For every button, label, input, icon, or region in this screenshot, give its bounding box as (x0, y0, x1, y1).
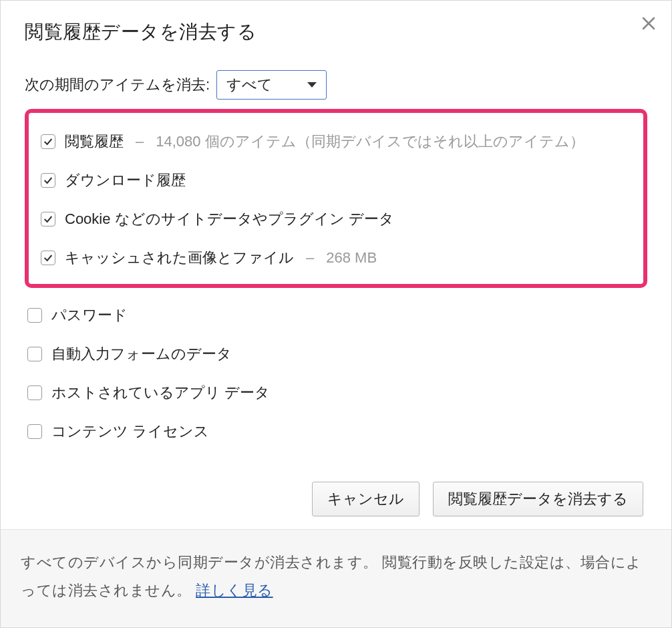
dialog-title: 閲覧履歴データを消去する (25, 19, 647, 45)
footer-note: すべてのデバイスから同期データが消去されます。 閲覧行動を反映した設定は、場合に… (1, 529, 671, 627)
checkbox-cookies[interactable] (41, 212, 55, 226)
dialog-button-row: キャンセル 閲覧履歴データを消去する (1, 451, 671, 536)
footer-text: すべてのデバイスから同期データが消去されます。 閲覧行動を反映した設定は、場合に… (21, 554, 642, 599)
clear-data-button[interactable]: 閲覧履歴データを消去する (433, 482, 643, 516)
option-autofill[interactable]: 自動入力フォームのデータ (25, 335, 647, 373)
checkbox-cached[interactable] (41, 251, 55, 265)
highlighted-options-group: 閲覧履歴 – 14,080 個のアイテム（同期デバイスではそれ以上のアイテム） … (25, 109, 647, 288)
option-label: キャッシュされた画像とファイル (65, 248, 294, 268)
option-cookies[interactable]: Cookie などのサイトデータやプラグイン データ (38, 200, 634, 239)
clear-browsing-data-dialog: 閲覧履歴データを消去する 次の期間のアイテムを消去: すべて 閲覧履歴 – 14… (0, 0, 672, 628)
chevron-down-icon (307, 82, 317, 88)
option-hosted-app[interactable]: ホストされているアプリ データ (25, 373, 647, 412)
meta-separator: – (133, 133, 146, 150)
checkbox-browsing-history[interactable] (41, 134, 55, 149)
checkbox-autofill[interactable] (27, 347, 42, 361)
checkbox-passwords[interactable] (27, 308, 42, 323)
option-label: ダウンロード履歴 (65, 170, 186, 190)
period-label: 次の期間のアイテムを消去: (25, 75, 210, 95)
learn-more-link[interactable]: 詳しく見る (196, 582, 273, 599)
option-label: パスワード (51, 305, 128, 325)
option-browsing-history[interactable]: 閲覧履歴 – 14,080 個のアイテム（同期デバイスではそれ以上のアイテム） (38, 122, 634, 161)
option-cached[interactable]: キャッシュされた画像とファイル – 268 MB (38, 239, 634, 277)
option-passwords[interactable]: パスワード (25, 296, 647, 335)
meta-separator: – (303, 249, 317, 267)
checkbox-hosted-app[interactable] (27, 385, 42, 400)
close-icon[interactable] (641, 15, 657, 31)
option-label: ホストされているアプリ データ (51, 383, 270, 403)
cancel-button[interactable]: キャンセル (312, 482, 419, 516)
option-label: コンテンツ ライセンス (51, 422, 209, 442)
period-selected-value: すべて (226, 75, 273, 95)
checkbox-content-licenses[interactable] (27, 424, 42, 439)
option-download-history[interactable]: ダウンロード履歴 (38, 161, 634, 200)
period-select[interactable]: すべて (216, 70, 327, 100)
option-meta: 268 MB (326, 249, 377, 267)
option-label: 閲覧履歴 (65, 132, 124, 152)
option-content-licenses[interactable]: コンテンツ ライセンス (25, 412, 647, 451)
option-meta: 14,080 個のアイテム（同期デバイスではそれ以上のアイテム） (156, 132, 584, 152)
checkbox-download-history[interactable] (41, 173, 55, 188)
options-list: 閲覧履歴 – 14,080 個のアイテム（同期デバイスではそれ以上のアイテム） … (1, 106, 671, 451)
option-label: Cookie などのサイトデータやプラグイン データ (65, 209, 394, 229)
option-label: 自動入力フォームのデータ (51, 344, 232, 364)
